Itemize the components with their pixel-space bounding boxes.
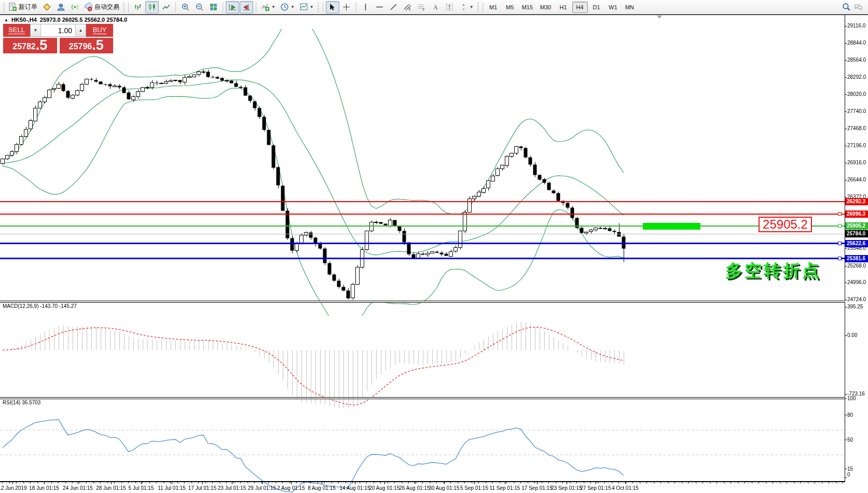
level-line-26096.3[interactable] — [0, 214, 845, 215]
timeframe-h4-button[interactable]: H4 — [572, 2, 588, 13]
timeframe-m30-button[interactable]: M30 — [537, 2, 554, 13]
search-icon[interactable] — [842, 3, 851, 11]
time-tick-label: 28 Jun 01:15 — [96, 485, 126, 491]
cursor-icon — [328, 3, 337, 11]
time-minor-tick — [829, 482, 829, 483]
level-line-25381.6[interactable] — [0, 258, 845, 259]
price-callout-box[interactable]: 25905.2 — [759, 217, 812, 232]
indicators-button[interactable]: ▼ — [259, 1, 278, 13]
time-minor-tick — [282, 482, 283, 483]
timeframe-m5-button[interactable]: M5 — [502, 2, 518, 13]
toolbar-grip[interactable] — [3, 2, 5, 12]
line-end-marker[interactable] — [838, 242, 842, 245]
channel-tool-button[interactable]: E — [401, 1, 415, 13]
price-tick-label: 27468.0 — [847, 125, 866, 131]
level-line-25622.6[interactable] — [0, 243, 845, 244]
symbol-period-label: HK50-,H4 — [11, 17, 37, 23]
cursor-tool-button[interactable] — [326, 1, 339, 13]
time-minor-tick — [843, 482, 843, 483]
line-end-marker[interactable] — [838, 257, 842, 260]
chart-shift-marker[interactable] — [657, 16, 662, 19]
trendline-tool-button[interactable] — [387, 1, 401, 13]
zoom-out-button[interactable] — [192, 1, 206, 13]
volume-increase-button[interactable]: ▲ — [75, 24, 86, 36]
time-tick-mark — [12, 482, 13, 484]
toolbar-grip[interactable] — [477, 2, 479, 12]
time-minor-tick — [352, 482, 353, 483]
gold-icon — [43, 3, 51, 11]
line-chart-button[interactable] — [159, 1, 173, 13]
level-line-25905.2[interactable] — [0, 226, 845, 227]
time-minor-tick — [724, 482, 724, 483]
timeframe-w1-button[interactable]: W1 — [605, 2, 621, 13]
community-button[interactable] — [54, 1, 67, 13]
zoom-in-button[interactable] — [178, 1, 192, 13]
level-line-26292.3[interactable] — [0, 201, 845, 202]
toolbar-grip[interactable] — [318, 2, 319, 12]
buy-button[interactable]: BUY — [86, 24, 113, 37]
chat-icon[interactable] — [854, 3, 863, 11]
text-tool-button[interactable]: A — [429, 1, 443, 13]
gold-button[interactable] — [40, 1, 53, 13]
time-minor-tick — [388, 482, 388, 483]
timeframe-m1-button[interactable]: M1 — [486, 2, 501, 13]
price-tick-mark — [845, 129, 847, 129]
candlestick-chart-icon — [148, 3, 157, 11]
time-minor-tick — [402, 482, 402, 483]
time-tick-mark — [291, 482, 292, 484]
time-minor-tick — [394, 482, 395, 483]
label-tool-button[interactable]: T — [443, 1, 457, 13]
timeframe-h1-button[interactable]: H1 — [556, 2, 571, 13]
volume-value[interactable]: 1.00 — [41, 24, 75, 36]
main-chart-canvas[interactable] — [0, 29, 845, 316]
indicators-icon — [261, 3, 270, 11]
sell-price-block[interactable]: 25782 .5 — [3, 38, 57, 53]
vertical-line-tool-button[interactable] — [359, 1, 373, 13]
chinese-annotation[interactable]: 多空转折点 — [725, 259, 821, 283]
signals-button[interactable] — [68, 1, 81, 13]
time-minor-tick — [268, 482, 269, 483]
timeframe-m15-button[interactable]: M15 — [519, 2, 536, 13]
horizontal-line-tool-button[interactable] — [373, 1, 387, 13]
periods-button[interactable]: ▼ — [278, 1, 297, 13]
highlight-zone[interactable] — [643, 223, 700, 230]
timeframe-mn-button[interactable]: MN — [622, 2, 638, 13]
candlestick-chart-button[interactable] — [145, 1, 159, 13]
auto-scroll-button[interactable] — [226, 1, 239, 13]
svg-text:E: E — [409, 7, 411, 11]
time-minor-tick — [318, 482, 318, 483]
macd-panel-separator[interactable] — [0, 301, 845, 303]
time-minor-tick — [759, 482, 759, 483]
rsi-panel-separator[interactable] — [0, 397, 845, 399]
time-minor-tick — [632, 482, 633, 483]
time-minor-tick — [626, 482, 626, 483]
autotrading-button[interactable]: 自动交易 — [82, 1, 121, 13]
time-tick-mark — [78, 482, 78, 484]
time-minor-tick — [205, 482, 206, 483]
vertical-line-icon — [361, 3, 370, 11]
timeframe-d1-button[interactable]: D1 — [589, 2, 604, 13]
toolbar-grip[interactable] — [123, 2, 125, 12]
line-end-marker[interactable] — [838, 212, 842, 216]
new-order-button[interactable]: 新订单 — [6, 1, 39, 13]
arrows-tool-button[interactable]: ▼ — [457, 1, 476, 13]
chart-shift-button[interactable] — [240, 1, 253, 13]
collapse-icon[interactable]: ▲ — [4, 18, 8, 22]
templates-button[interactable]: ▼ — [297, 1, 316, 13]
bar-chart-button[interactable] — [131, 1, 145, 13]
time-tick-label: 14 Aug 01:15 — [340, 485, 370, 491]
crosshair-tool-button[interactable] — [340, 1, 353, 13]
time-minor-tick — [240, 482, 241, 483]
volume-decrease-button[interactable]: ▼ — [31, 24, 41, 36]
autotrading-label: 自动交易 — [94, 3, 119, 11]
tile-windows-button[interactable] — [206, 1, 220, 13]
sell-button[interactable]: SELL — [3, 24, 30, 37]
buy-price-pips: .5 — [92, 38, 104, 52]
time-minor-tick — [332, 482, 332, 483]
fibonacci-tool-button[interactable]: F — [415, 1, 429, 13]
buy-price-block[interactable]: 25796 .5 — [60, 38, 114, 53]
line-end-marker[interactable] — [838, 224, 842, 228]
time-tick-label: 4 Oct 01:15 — [612, 485, 639, 491]
macd-tick-label: 395.25 — [847, 304, 863, 309]
time-tick-mark — [505, 482, 505, 484]
